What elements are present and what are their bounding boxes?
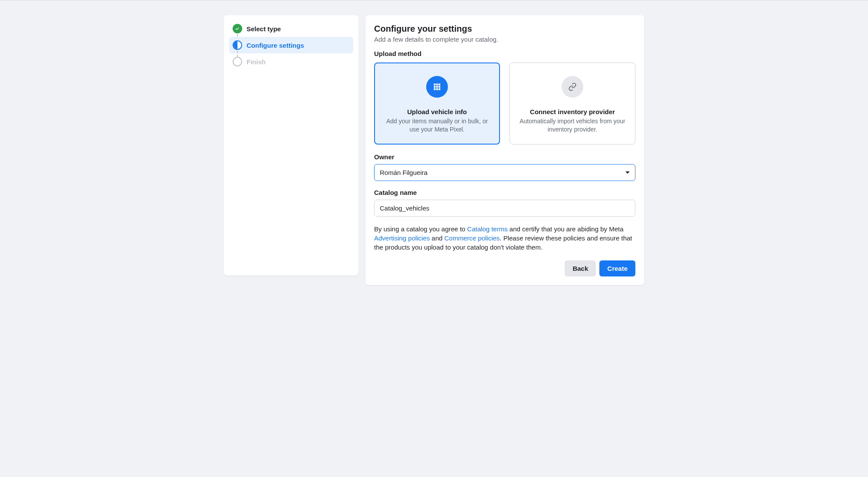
- catalog-name-label: Catalog name: [374, 189, 635, 196]
- circle-outline-icon: [233, 57, 242, 66]
- disclaimer-text: By using a catalog you agree to Catalog …: [374, 224, 635, 252]
- owner-label: Owner: [374, 153, 635, 161]
- half-circle-icon: [233, 40, 242, 50]
- commerce-policies-link[interactable]: Commerce policies: [444, 234, 500, 242]
- link-icon: [562, 76, 583, 98]
- svg-rect-7: [436, 88, 438, 90]
- svg-rect-5: [438, 86, 440, 88]
- svg-rect-8: [438, 88, 440, 90]
- wizard-sidebar: Select type Configure settings Finish: [224, 15, 358, 276]
- svg-rect-0: [434, 84, 436, 86]
- check-icon: [233, 24, 242, 33]
- step-label: Finish: [247, 58, 266, 66]
- step-select-type[interactable]: Select type: [229, 20, 353, 37]
- option-description: Add your items manually or in bulk, or u…: [382, 117, 492, 134]
- svg-rect-4: [436, 86, 438, 88]
- create-button[interactable]: Create: [599, 260, 635, 276]
- grid-icon: [426, 76, 448, 98]
- upload-method-options: Upload vehicle info Add your items manua…: [374, 63, 635, 145]
- footer-buttons: Back Create: [374, 260, 635, 276]
- upload-method-heading: Upload method: [374, 50, 635, 57]
- advertising-policies-link[interactable]: Advertising policies: [374, 234, 430, 242]
- page-title: Configure your settings: [374, 24, 635, 34]
- main-panel: Configure your settings Add a few detail…: [365, 15, 644, 285]
- option-title: Upload vehicle info: [382, 108, 492, 115]
- svg-rect-3: [434, 86, 436, 88]
- step-label: Configure settings: [247, 42, 304, 49]
- page-subtitle: Add a few details to complete your catal…: [374, 36, 635, 43]
- catalog-terms-link[interactable]: Catalog terms: [467, 225, 507, 233]
- svg-rect-1: [436, 84, 438, 86]
- svg-rect-6: [434, 88, 436, 90]
- option-description: Automatically import vehicles from your …: [518, 117, 627, 134]
- step-configure-settings[interactable]: Configure settings: [229, 37, 353, 53]
- catalog-name-input[interactable]: [374, 200, 635, 217]
- step-finish: Finish: [229, 53, 353, 70]
- svg-rect-2: [438, 84, 440, 86]
- option-connect-inventory-provider[interactable]: Connect inventory provider Automatically…: [510, 63, 635, 145]
- step-label: Select type: [247, 25, 281, 33]
- owner-value: Román Filgueira: [380, 169, 427, 176]
- option-upload-vehicle-info[interactable]: Upload vehicle info Add your items manua…: [374, 63, 500, 145]
- owner-select[interactable]: Román Filgueira: [374, 164, 635, 181]
- back-button[interactable]: Back: [565, 260, 596, 276]
- chevron-down-icon: [625, 171, 630, 174]
- option-title: Connect inventory provider: [518, 108, 627, 115]
